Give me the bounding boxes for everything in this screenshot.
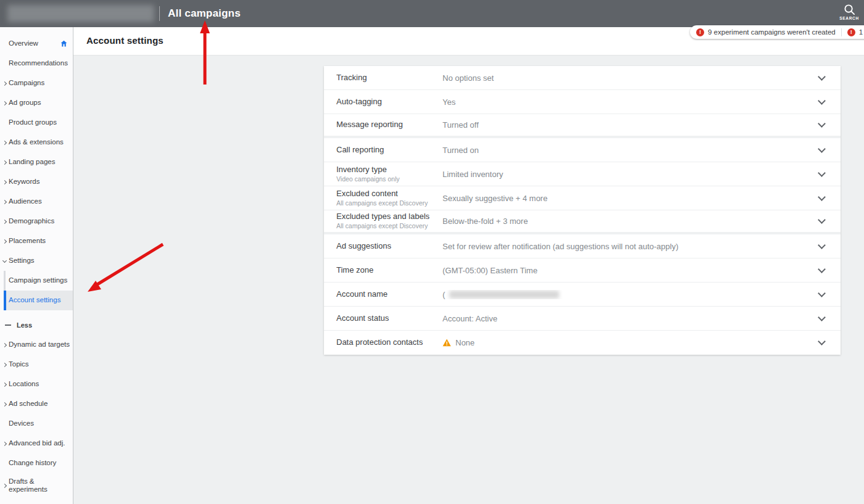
sidebar-item-overview[interactable]: Overview xyxy=(0,34,73,54)
account-name-redacted xyxy=(449,291,559,299)
chevron-right-icon xyxy=(2,199,7,204)
chevron-right-icon xyxy=(2,160,7,164)
sidebar-item-placements[interactable]: Placements xyxy=(0,231,73,251)
sidebar-item-less[interactable]: Less xyxy=(0,315,73,335)
chevron-right-icon xyxy=(2,101,7,105)
settings-row-excluded-types-labels[interactable]: Excluded types and labels All campaigns … xyxy=(324,210,841,234)
sidebar-item-campaign-settings[interactable]: Campaign settings xyxy=(0,271,73,291)
sidebar-item-recommendations[interactable]: Recommendations xyxy=(0,54,73,73)
settings-row-account-status[interactable]: Account status Account: Active xyxy=(324,307,841,331)
account-settings-panel: Tracking No options set Auto-tagging Yes… xyxy=(324,66,841,355)
notification-experiments-1[interactable]: ! 9 experiment campaigns weren't created xyxy=(696,28,836,36)
sidebar-item-product-groups[interactable]: Product groups xyxy=(0,113,73,133)
settings-row-call-reporting[interactable]: Call reporting Turned on xyxy=(324,138,841,162)
sidebar-item-demographics[interactable]: Demographics xyxy=(0,212,73,231)
sidebar-item-audiences[interactable]: Audiences xyxy=(0,192,73,212)
warning-icon xyxy=(442,339,451,347)
search-icon xyxy=(844,4,855,15)
sidebar-item-ad-groups[interactable]: Ad groups xyxy=(0,93,73,113)
sidebar-item-devices[interactable]: Devices xyxy=(0,414,73,434)
annotation-arrow-account-settings xyxy=(88,244,163,292)
chevron-down-icon[interactable] xyxy=(818,241,826,249)
account-logo-blurred[interactable] xyxy=(7,5,154,22)
sidebar-nav: Overview Recommendations Campaigns Ad gr… xyxy=(0,27,73,504)
chevron-down-icon[interactable] xyxy=(818,265,826,273)
settings-row-time-zone[interactable]: Time zone (GMT-05:00) Eastern Time xyxy=(324,258,841,283)
home-icon xyxy=(60,39,68,48)
chevron-down-icon[interactable] xyxy=(818,313,826,321)
settings-row-excluded-content[interactable]: Excluded content All campaigns except Di… xyxy=(324,186,841,210)
topbar-divider xyxy=(159,6,160,21)
chevron-down-icon xyxy=(2,258,7,263)
sidebar-item-settings[interactable]: Settings xyxy=(0,251,73,271)
chevron-right-icon xyxy=(2,382,7,386)
subnav-rail xyxy=(4,271,6,291)
chevron-down-icon[interactable] xyxy=(818,193,826,201)
chevron-right-icon xyxy=(2,362,7,366)
chevron-down-icon[interactable] xyxy=(818,289,826,297)
settings-row-ad-suggestions[interactable]: Ad suggestions Set for review after noti… xyxy=(324,234,841,258)
settings-row-data-protection-contacts[interactable]: Data protection contacts None xyxy=(324,331,841,355)
sidebar-item-advanced-bid-adj[interactable]: Advanced bid adj. xyxy=(0,434,73,453)
error-icon: ! xyxy=(696,28,704,36)
settings-row-inventory-type[interactable]: Inventory type Video campaigns only Limi… xyxy=(324,162,841,186)
settings-row-account-name[interactable]: Account name ( xyxy=(324,283,841,307)
notification-text: 1 experi xyxy=(859,28,864,36)
notification-bar: ! 9 experiment campaigns weren't created… xyxy=(690,25,864,39)
sidebar-item-dynamic-ad-targets[interactable]: Dynamic ad targets xyxy=(0,335,73,355)
settings-row-message-reporting[interactable]: Message reporting Turned off xyxy=(324,114,841,138)
chevron-down-icon[interactable] xyxy=(818,120,826,128)
sidebar-item-ad-schedule[interactable]: Ad schedule xyxy=(0,394,73,414)
sidebar-item-keywords[interactable]: Keywords xyxy=(0,172,73,192)
page-title: Account settings xyxy=(86,35,164,46)
sidebar-item-landing-pages[interactable]: Landing pages xyxy=(0,152,73,172)
chevron-down-icon[interactable] xyxy=(818,216,826,224)
chevron-right-icon xyxy=(2,483,7,487)
chevron-right-icon xyxy=(2,342,7,347)
page-scope-title: All campaigns xyxy=(168,0,241,27)
top-app-bar: All campaigns SEARCH xyxy=(0,0,864,27)
minus-icon xyxy=(5,324,11,326)
chevron-right-icon xyxy=(2,81,7,85)
selected-rail xyxy=(4,291,6,310)
sidebar-item-ads-extensions[interactable]: Ads & extensions xyxy=(0,133,73,152)
sidebar-item-locations[interactable]: Locations xyxy=(0,374,73,394)
sidebar-item-drafts-experiments[interactable]: Drafts & experiments xyxy=(0,473,73,498)
settings-row-auto-tagging[interactable]: Auto-tagging Yes xyxy=(324,90,841,114)
chevron-down-icon[interactable] xyxy=(818,97,826,105)
notification-experiments-2[interactable]: ! 1 experi xyxy=(847,28,864,36)
chevron-down-icon[interactable] xyxy=(818,145,826,153)
chevron-right-icon xyxy=(2,402,7,406)
notification-text: 9 experiment campaigns weren't created xyxy=(708,28,836,36)
chevron-right-icon xyxy=(2,239,7,243)
search-label: SEARCH xyxy=(834,16,864,20)
chevron-right-icon xyxy=(2,441,7,445)
sidebar-item-campaigns[interactable]: Campaigns xyxy=(0,73,73,93)
chevron-right-icon xyxy=(2,180,7,184)
chevron-down-icon[interactable] xyxy=(818,73,826,81)
sidebar-item-topics[interactable]: Topics xyxy=(0,355,73,374)
chevron-right-icon xyxy=(2,140,7,144)
error-icon: ! xyxy=(847,28,855,36)
notification-separator xyxy=(841,28,842,36)
sidebar-item-change-history[interactable]: Change history xyxy=(0,453,73,473)
chevron-right-icon xyxy=(2,219,7,223)
search-button[interactable]: SEARCH xyxy=(834,2,864,26)
chevron-down-icon[interactable] xyxy=(818,169,826,177)
sidebar-item-account-settings[interactable]: Account settings xyxy=(0,291,73,310)
settings-row-tracking[interactable]: Tracking No options set xyxy=(324,66,841,90)
chevron-down-icon[interactable] xyxy=(818,337,826,345)
